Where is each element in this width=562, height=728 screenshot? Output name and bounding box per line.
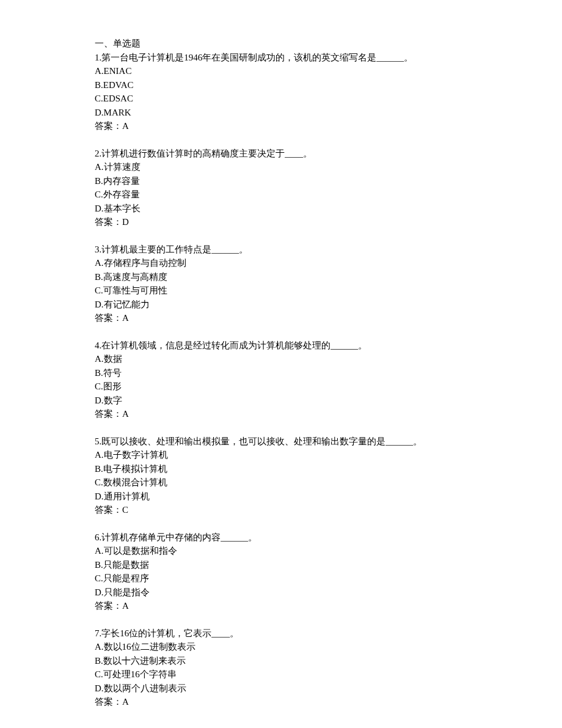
question-number: 5 [95,436,100,446]
question-block: 5.既可以接收、处理和输出模拟量，也可以接收、处理和输出数字量的是______。… [95,435,470,517]
answer-value: D [122,217,129,227]
answer-label: 答案： [95,121,122,131]
question-block: 3.计算机最主要的工作特点是______。A.存储程序与自动控制B.高速度与高精… [95,243,470,325]
question-option: D.通用计算机 [95,490,470,504]
question-block: 2.计算机进行数值计算时的高精确度主要决定于____。A.计算速度B.内存容量C… [95,147,470,229]
question-option: C.可处理16个字符串 [95,667,470,682]
question-option: B.只能是数据 [95,558,470,572]
question-text: 计算机存储单元中存储的内容______。 [101,532,257,542]
question-option: D.基本字长 [95,202,470,216]
question-option: C.数模混合计算机 [95,476,470,490]
question-option: D.MARK [95,106,470,120]
question-text: 字长16位的计算机，它表示____。 [101,628,239,638]
question-block: 4.在计算机领域，信息是经过转化而成为计算机能够处理的______。A.数据B.… [95,339,470,421]
question-option: C.EDSAC [95,92,470,106]
question-option: B.高速度与高精度 [95,270,470,284]
question-option: A.电子数字计算机 [95,448,470,462]
answer-label: 答案： [95,217,122,227]
question-answer-line: 答案：A [95,695,470,709]
document-page: 一、单选题 1.第一台电子计算机是1946年在美国研制成功的，该机的英文缩写名是… [0,0,562,728]
question-answer-line: 答案：C [95,503,470,517]
question-stem: 7.字长16位的计算机，它表示____。 [95,627,470,641]
answer-value: A [122,697,129,707]
question-answer-line: 答案：A [95,407,470,421]
question-stem: 1.第一台电子计算机是1946年在美国研制成功的，该机的英文缩写名是______… [95,51,470,65]
answer-value: C [122,505,128,515]
answer-value: A [122,409,129,419]
answer-value: A [122,601,129,611]
question-option: A.数以16位二进制数表示 [95,640,470,654]
question-option: C.只能是程序 [95,572,470,586]
question-option: C.图形 [95,380,470,394]
answer-label: 答案： [95,505,122,515]
question-answer-line: 答案：A [95,599,470,613]
question-text: 既可以接收、处理和输出模拟量，也可以接收、处理和输出数字量的是______。 [101,436,422,446]
question-block: 7.字长16位的计算机，它表示____。A.数以16位二进制数表示B.数以十六进… [95,627,470,709]
question-number: 4 [95,340,100,350]
question-option: B.符号 [95,366,470,380]
question-option: C.外存容量 [95,188,470,202]
question-answer-line: 答案：D [95,215,470,229]
question-stem: 6.计算机存储单元中存储的内容______。 [95,531,470,545]
question-option: D.数以两个八进制表示 [95,682,470,696]
answer-label: 答案： [95,697,122,707]
question-number: 6 [95,532,100,542]
question-stem: 4.在计算机领域，信息是经过转化而成为计算机能够处理的______。 [95,339,470,353]
question-option: A.计算速度 [95,160,470,174]
answer-value: A [122,313,129,323]
answer-label: 答案： [95,313,122,323]
question-number: 7 [95,628,100,638]
answer-label: 答案： [95,409,122,419]
question-stem: 5.既可以接收、处理和输出模拟量，也可以接收、处理和输出数字量的是______。 [95,435,470,449]
question-option: B.内存容量 [95,174,470,188]
question-text: 计算机最主要的工作特点是______。 [101,245,248,254]
question-text: 第一台电子计算机是1946年在美国研制成功的，该机的英文缩写名是______。 [101,53,413,62]
question-number: 2 [95,149,100,158]
question-option: B.EDVAC [95,78,470,92]
question-option: B.数以十六进制来表示 [95,654,470,668]
question-block: 6.计算机存储单元中存储的内容______。A.可以是数据和指令B.只能是数据C… [95,531,470,613]
question-option: D.只能是指令 [95,586,470,600]
question-option: A.ENIAC [95,64,470,78]
questions-container: 1.第一台电子计算机是1946年在美国研制成功的，该机的英文缩写名是______… [95,51,470,709]
question-block: 1.第一台电子计算机是1946年在美国研制成功的，该机的英文缩写名是______… [95,51,470,133]
question-option: A.可以是数据和指令 [95,544,470,558]
answer-value: A [122,121,129,131]
question-answer-line: 答案：A [95,311,470,325]
question-option: A.数据 [95,352,470,366]
question-option: C.可靠性与可用性 [95,284,470,298]
question-option: B.电子模拟计算机 [95,462,470,476]
question-option: D.有记忆能力 [95,298,470,312]
section-title: 一、单选题 [95,37,470,51]
question-answer-line: 答案：A [95,119,470,133]
answer-label: 答案： [95,601,122,611]
question-text: 在计算机领域，信息是经过转化而成为计算机能够处理的______。 [101,340,367,350]
question-stem: 3.计算机最主要的工作特点是______。 [95,243,470,257]
question-option: D.数字 [95,394,470,408]
question-option: A.存储程序与自动控制 [95,256,470,270]
question-stem: 2.计算机进行数值计算时的高精确度主要决定于____。 [95,147,470,161]
question-text: 计算机进行数值计算时的高精确度主要决定于____。 [101,149,312,158]
question-number: 3 [95,245,100,254]
question-number: 1 [95,53,100,62]
